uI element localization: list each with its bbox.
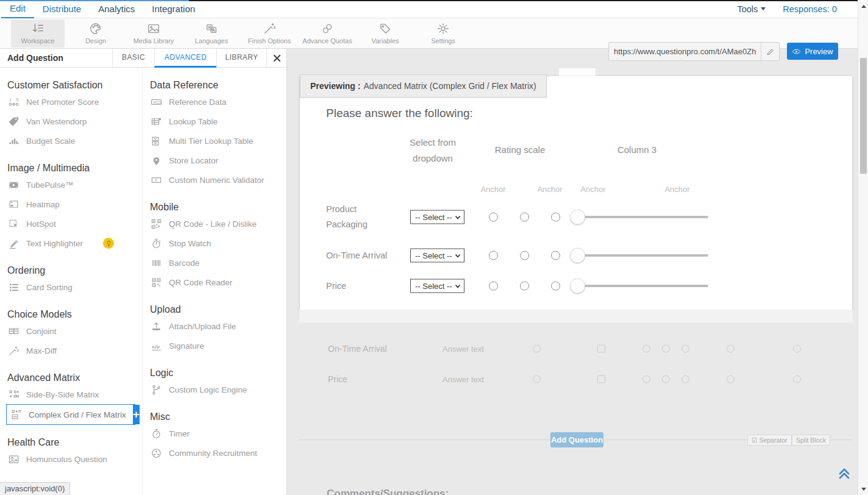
tools-label: Tools xyxy=(737,4,758,14)
workspace-button[interactable]: Workspace xyxy=(11,20,65,48)
settings-button[interactable]: Settings xyxy=(416,20,470,48)
previewing-header: Previewing : Advanced Matrix (Complex Gr… xyxy=(300,74,547,98)
sidebar-item-conjoint[interactable]: Conjoint xyxy=(0,321,142,341)
section-title: Upload xyxy=(150,304,286,315)
nav-distribute[interactable]: Distribute xyxy=(34,1,90,18)
sidebar-item-side-by-side-matrix[interactable]: Side-By-Side Matrix xyxy=(0,385,142,404)
scroll-up-arrow[interactable] xyxy=(858,1,868,11)
nav-edit[interactable]: Edit xyxy=(1,0,34,18)
sidebar-item-complex-grid-flex-matrix[interactable]: Complex Grid / Flex Matrix + xyxy=(6,404,135,425)
panel-title: Add Question xyxy=(7,49,63,67)
section-title: Ordering xyxy=(7,265,142,276)
section-title: Logic xyxy=(150,368,286,379)
pencil-icon xyxy=(766,48,775,56)
sidebar-item-van-westendorp[interactable]: Van Westendorp xyxy=(0,112,142,131)
edit-url-button[interactable] xyxy=(761,43,779,60)
rating-radio[interactable] xyxy=(489,282,498,291)
sidebar-item-net-promoter-score[interactable]: 15 Net Promoter Score xyxy=(0,92,142,112)
svg-text:94122: 94122 xyxy=(153,100,162,104)
complex-grid-icon xyxy=(10,409,22,421)
translate-icon xyxy=(205,22,218,35)
rating-radio[interactable] xyxy=(520,251,529,260)
tab-basic[interactable]: BASIC xyxy=(112,49,154,68)
slider-handle[interactable] xyxy=(570,210,585,225)
slider-handle[interactable] xyxy=(570,279,585,294)
select-dropdown[interactable]: -- Select -- xyxy=(410,249,464,263)
scrollbar-thumb[interactable] xyxy=(860,58,867,174)
separator-toggle[interactable]: ☑ Separator xyxy=(747,435,792,446)
sidebar-item-community-recruitment[interactable]: Community Recruitment xyxy=(143,443,286,463)
sidebar-item-custom-logic-engine[interactable]: Custom Logic Engine xyxy=(143,380,286,399)
sidebar-item-store-locator[interactable]: Store Locator xyxy=(143,151,286,170)
rating-radio[interactable] xyxy=(520,282,529,291)
bar-chart-icon xyxy=(8,135,20,147)
rating-radio[interactable] xyxy=(489,251,498,260)
sidebar-item-signature[interactable]: Signature xyxy=(143,336,286,355)
languages-button[interactable]: Languages xyxy=(185,20,238,48)
tab-library[interactable]: LIBRARY xyxy=(216,49,266,68)
tag-icon xyxy=(379,22,392,35)
maxdiff-icon xyxy=(8,345,20,357)
sidebar-item-budget-scale[interactable]: Budget Scale xyxy=(0,131,142,151)
map-pin-icon xyxy=(151,155,162,166)
sidebar-item-card-sorting[interactable]: Card Sorting xyxy=(0,277,142,297)
select-dropdown[interactable]: -- Select -- xyxy=(410,279,464,293)
design-button[interactable]: Design xyxy=(69,20,123,48)
split-block-button[interactable]: Split Block xyxy=(792,435,830,446)
sidebar-item-custom-numeric-validator[interactable]: # Custom Numeric Validator xyxy=(143,170,286,190)
add-question-plus-button[interactable]: + xyxy=(133,405,140,424)
sidebar-item-timer[interactable]: Timer xyxy=(143,424,286,443)
dimmed-radio xyxy=(727,376,735,383)
rating-radio[interactable] xyxy=(551,251,560,260)
dimmed-row-on-time-arrival: On-Time Arrival Answer text xyxy=(287,340,858,358)
slider-track xyxy=(572,285,708,287)
advance-quotas-button[interactable]: Advance Quotas xyxy=(301,20,354,48)
collapse-up-button[interactable] xyxy=(837,466,852,480)
heatmap-icon xyxy=(8,199,20,210)
scroll-down-arrow[interactable] xyxy=(858,484,868,494)
survey-url-input[interactable] xyxy=(609,43,761,60)
rating-radio[interactable] xyxy=(520,213,529,222)
sidebar-item-homunculus-question[interactable]: Homunculus Question xyxy=(0,449,142,469)
variables-button[interactable]: Variables xyxy=(358,20,412,48)
rating-radio[interactable] xyxy=(551,213,560,222)
media-library-button[interactable]: Media Library xyxy=(127,20,180,48)
sidebar-item-barcode[interactable]: Barcode xyxy=(143,253,286,272)
nav-integration[interactable]: Integration xyxy=(143,1,204,18)
preview-button[interactable]: Preview xyxy=(787,43,838,60)
select-dropdown[interactable]: -- Select -- xyxy=(410,210,464,224)
finish-options-button[interactable]: Finish Options xyxy=(243,20,296,48)
add-question-button[interactable]: Add Question xyxy=(550,432,603,447)
previewing-title: Advanced Matrix (Complex Grid / Flex Mat… xyxy=(363,81,536,91)
rating-radio[interactable] xyxy=(551,282,560,291)
slider-handle[interactable] xyxy=(570,248,585,263)
dimmed-radio xyxy=(533,345,541,353)
sidebar-item-max-diff[interactable]: Max-Diff xyxy=(0,341,142,360)
sidebar-item-qr-code-like-dislike[interactable]: QR Code - Like / Dislike xyxy=(143,214,286,233)
sidebar-item-text-highlighter[interactable]: Text Highlighter xyxy=(0,233,142,253)
multi-tier-icon xyxy=(151,135,162,147)
browser-top-edge-dark xyxy=(189,0,858,1)
sidebar-item-heatmap[interactable]: Heatmap xyxy=(0,194,142,214)
section-title: Mobile xyxy=(150,202,286,213)
sidebar-item-multi-tier-lookup-table[interactable]: Multi Tier Lookup Table xyxy=(143,131,286,151)
sidebar-item-stop-watch[interactable]: Stop Watch xyxy=(143,233,286,253)
conjoint-icon xyxy=(8,326,20,337)
rating-radio[interactable] xyxy=(489,213,498,222)
sidebar-item-qr-code-reader[interactable]: QR Code Reader xyxy=(143,272,286,292)
responses-count[interactable]: Responses: 0 xyxy=(783,4,837,14)
tools-menu[interactable]: Tools xyxy=(737,4,766,14)
numeric-validator-icon: # xyxy=(151,174,162,186)
chain-links-icon xyxy=(321,22,334,35)
sidebar-item-attach-upload-file[interactable]: Attach/Upload File xyxy=(143,316,286,336)
close-panel-button[interactable] xyxy=(266,49,286,68)
dimmed-checkbox xyxy=(597,376,605,383)
column-header-dropdown: Select from dropdown xyxy=(396,135,469,166)
sidebar-item-lookup-table[interactable]: Lookup Table xyxy=(143,112,286,131)
tab-advanced[interactable]: ADVANCED xyxy=(154,49,216,68)
sidebar-item-tubepulse[interactable]: TubePulse™ xyxy=(0,175,142,194)
sidebar-item-reference-data[interactable]: 94122 Reference Data xyxy=(143,92,286,112)
page-scrollbar[interactable] xyxy=(858,0,868,495)
nav-analytics[interactable]: Analytics xyxy=(90,1,143,18)
sidebar-item-hotspot[interactable]: HotSpot xyxy=(0,214,142,233)
